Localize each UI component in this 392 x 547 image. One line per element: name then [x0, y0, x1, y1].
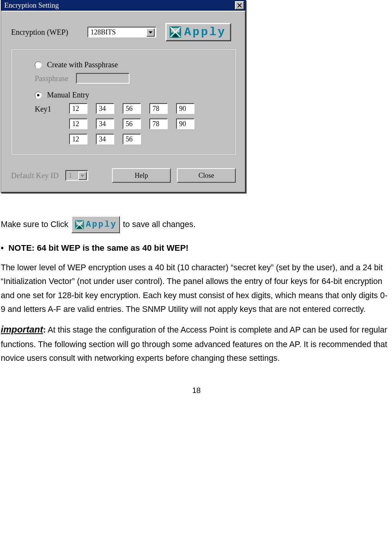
- close-button[interactable]: Close: [177, 168, 236, 183]
- page-number: 18: [1, 384, 392, 397]
- key1-label: Key1: [35, 103, 69, 144]
- radio-manual[interactable]: Manual Entry: [35, 91, 226, 99]
- apply-button-inline: Apply: [71, 216, 120, 233]
- key-input[interactable]: 12: [69, 118, 87, 129]
- key-input[interactable]: 56: [123, 118, 141, 129]
- key-input[interactable]: 34: [96, 118, 114, 129]
- apply-icon: [169, 26, 182, 39]
- document-body: Make sure to Click Apply to save all cha…: [0, 193, 392, 397]
- encryption-dialog: Encryption Setting Encryption (WEP) 128B…: [1, 0, 246, 193]
- passphrase-label: Passphrase: [35, 74, 68, 83]
- default-key-value: 1: [68, 172, 72, 180]
- titlebar: Encryption Setting: [1, 0, 246, 11]
- chevron-down-icon: [78, 172, 87, 180]
- key-input[interactable]: 34: [96, 134, 114, 144]
- note-text: NOTE: 64 bit WEP is the same as 40 bit W…: [8, 243, 189, 253]
- key-groupbox: Create with Passphrase Passphrase Manual…: [11, 49, 236, 154]
- click-text-post: to save all changes.: [123, 218, 196, 232]
- encryption-label: Encryption (WEP): [11, 28, 87, 37]
- apply-button[interactable]: Apply: [165, 23, 231, 41]
- apply-button-label: Apply: [184, 26, 226, 39]
- paragraph-important: important: At this stage the configurati…: [1, 322, 392, 365]
- important-text: At this stage the configuration of the A…: [1, 325, 387, 363]
- help-button[interactable]: Help: [112, 168, 171, 183]
- note-bullet: • NOTE: 64 bit WEP is the same as 40 bit…: [1, 241, 392, 255]
- key-input[interactable]: 34: [96, 103, 114, 114]
- click-text-pre: Make sure to Click: [1, 218, 68, 232]
- key-input[interactable]: 12: [69, 134, 87, 144]
- chevron-down-icon[interactable]: [146, 28, 155, 37]
- key-input[interactable]: 56: [123, 103, 141, 114]
- key-input[interactable]: 90: [176, 118, 194, 129]
- radio-manual-label: Manual Entry: [47, 91, 89, 99]
- encryption-select-value: 128BITS: [91, 28, 116, 36]
- key1-boxes: 12 34 56 78 90 12 34 56 78 90 12: [69, 103, 194, 144]
- dialog-title: Encryption Setting: [4, 1, 235, 10]
- paragraph-wep: The lower level of WEP encryption uses a…: [1, 261, 392, 317]
- close-icon[interactable]: [235, 1, 244, 10]
- important-label: important: [1, 324, 43, 334]
- key-input[interactable]: 78: [149, 103, 168, 114]
- key-input[interactable]: 90: [176, 103, 194, 114]
- default-key-label: Default Key ID: [11, 171, 58, 180]
- apply-icon: [75, 220, 84, 230]
- key-input[interactable]: 12: [69, 103, 87, 114]
- key-input[interactable]: 78: [149, 118, 168, 129]
- default-key-select: 1: [65, 170, 88, 181]
- key-input[interactable]: 56: [123, 134, 141, 144]
- radio-passphrase-label: Create with Passphrase: [47, 60, 118, 69]
- radio-icon: [35, 62, 42, 68]
- encryption-select[interactable]: 128BITS: [87, 27, 156, 37]
- radio-icon: [35, 92, 42, 99]
- passphrase-input: [76, 73, 130, 84]
- radio-passphrase[interactable]: Create with Passphrase: [35, 60, 226, 69]
- dialog-body: Encryption (WEP) 128BITS Apply: [1, 11, 246, 193]
